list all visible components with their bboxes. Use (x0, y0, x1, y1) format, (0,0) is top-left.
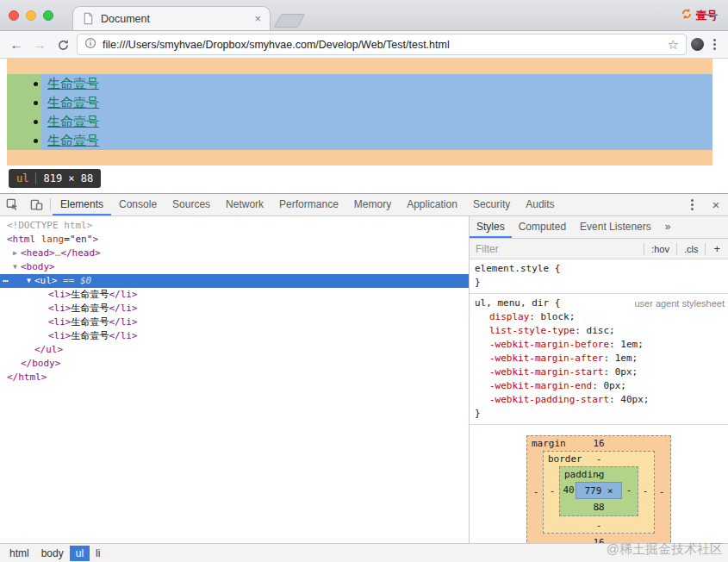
list-item-text: 生命壹号 (47, 133, 99, 149)
rule-selector[interactable]: element.style { (475, 262, 560, 276)
style-property[interactable]: -webkit-margin-start: 0px; (475, 365, 725, 379)
close-window-button[interactable] (9, 10, 19, 21)
breadcrumb-item-html[interactable]: html (3, 546, 35, 561)
property-colon: : (603, 366, 614, 378)
minimize-window-button[interactable] (26, 10, 36, 21)
new-tab-button[interactable] (274, 14, 306, 28)
property-name: -webkit-padding-start (489, 394, 609, 405)
info-icon[interactable] (84, 37, 96, 53)
style-rule: ul, menu, dir {user agent stylesheetdisp… (470, 294, 728, 425)
tree-row[interactable]: <!DOCTYPE html> (0, 219, 469, 233)
style-property[interactable]: display: block; (475, 310, 725, 324)
address-bar[interactable]: file:///Users/smyhvae/Dropbox/smyhvae.co… (77, 34, 687, 55)
inspect-element-icon[interactable] (0, 194, 24, 215)
devtools-close-icon[interactable]: × (704, 194, 728, 215)
border-left-value[interactable]: - (545, 484, 559, 498)
style-property[interactable]: -webkit-margin-before: 1em; (475, 338, 725, 352)
browser-tab[interactable]: Document × (72, 6, 271, 30)
list-bullet-icon (34, 120, 38, 124)
token-tag: <li> (48, 316, 72, 328)
list-item-text: 生命壹号 (47, 76, 99, 92)
tree-row[interactable]: <li>生命壹号</li> (0, 329, 469, 343)
styles-filter-input[interactable]: Filter (476, 243, 644, 255)
breadcrumb-item-li[interactable]: li (90, 546, 106, 561)
fullscreen-window-button[interactable] (43, 10, 53, 21)
url-text[interactable]: file:///Users/smyhvae/Dropbox/smyhvae.co… (103, 39, 662, 51)
property-colon: : (609, 339, 620, 350)
style-property[interactable]: -webkit-padding-start: 40px; (475, 393, 725, 407)
new-style-rule-button[interactable]: + (705, 243, 728, 255)
margin-bottom-value[interactable]: 16 (527, 535, 670, 543)
disclosure-down-icon[interactable]: ▼ (23, 274, 34, 288)
devtools-tab-elements[interactable]: Elements (53, 194, 111, 215)
reload-icon[interactable] (53, 37, 72, 53)
devtools-tab-audits[interactable]: Audits (518, 194, 562, 215)
pseudo-state-toggle[interactable]: :hov (644, 243, 676, 255)
styles-tab-computed[interactable]: Computed (512, 216, 573, 238)
browser-menu-icon[interactable] (708, 39, 721, 50)
token-tag: <li> (48, 289, 72, 300)
devtools-tab-sources[interactable]: Sources (165, 194, 218, 215)
style-rule: element.style {} (470, 259, 728, 294)
devtools-tab-performance[interactable]: Performance (271, 194, 346, 215)
style-property[interactable]: -webkit-margin-after: 1em; (475, 352, 725, 365)
brand-badge[interactable]: 壹号 (681, 8, 718, 23)
padding-right-value[interactable]: - (622, 484, 636, 497)
breadcrumb-item-ul[interactable]: ul (70, 546, 90, 561)
titlebar: Document × 壹号 (0, 0, 728, 31)
style-property[interactable]: -webkit-margin-end: 0px; (475, 379, 725, 393)
margin-left-value[interactable]: - (529, 485, 543, 499)
devtools-tab-network[interactable]: Network (218, 194, 271, 215)
tree-row[interactable]: <li>生命壹号</li> (0, 302, 469, 315)
padding-left-value[interactable]: 40 (562, 484, 576, 497)
tree-row[interactable]: …▼<ul> == $0 (0, 274, 469, 288)
window-controls (9, 10, 53, 21)
tree-row[interactable]: </html> (0, 371, 469, 384)
box-model-margin: margin 16 - border - (526, 435, 671, 543)
brand-label: 壹号 (696, 9, 718, 23)
extension-icon[interactable] (691, 38, 704, 51)
row-actions-icon[interactable]: … (3, 272, 9, 286)
disclosure-right-icon[interactable]: ▶ (9, 247, 21, 260)
styles-tab-event-listeners[interactable]: Event Listeners (573, 216, 658, 238)
device-toolbar-icon[interactable] (24, 194, 48, 215)
margin-right-value[interactable]: - (655, 485, 669, 499)
border-bottom-value[interactable]: - (544, 518, 654, 533)
styles-tab-styles[interactable]: Styles (470, 216, 512, 238)
tree-row[interactable]: </ul> (0, 343, 469, 357)
devtools-tab-application[interactable]: Application (399, 194, 465, 215)
devtools-menu-icon[interactable] (680, 194, 704, 215)
token-tag: </body> (21, 358, 60, 369)
style-property[interactable]: list-style-type: disc; (475, 324, 725, 338)
devtools-tab-console[interactable]: Console (111, 194, 165, 215)
tooltip-size: 819 × 88 (35, 172, 93, 184)
disclosure-down-icon[interactable]: ▼ (9, 260, 21, 274)
token-tag: <head> (21, 247, 55, 259)
token-plain: = (64, 234, 70, 245)
tree-row[interactable]: <html lang="en"> (0, 233, 469, 247)
tree-row[interactable]: </body> (0, 357, 469, 371)
token-tag: <html (7, 234, 41, 245)
property-semicolon: ; (632, 366, 638, 378)
overflow-tabs-icon[interactable]: » (658, 216, 678, 238)
property-name: -webkit-margin-start (489, 366, 603, 378)
bookmark-star-icon[interactable]: ☆ (668, 37, 679, 53)
class-toggle[interactable]: .cls (676, 243, 706, 255)
devtools-tab-security[interactable]: Security (465, 194, 518, 215)
box-model-content[interactable]: 779 × 88 (576, 482, 622, 499)
forward-icon[interactable]: → (30, 37, 49, 52)
breadcrumb-item-body[interactable]: body (35, 546, 70, 561)
tree-row[interactable]: <li>生命壹号</li> (0, 288, 469, 302)
back-icon[interactable]: ← (7, 37, 26, 52)
margin-highlight-top (7, 59, 712, 74)
devtools-tab-memory[interactable]: Memory (346, 194, 399, 215)
tree-row[interactable]: ▶<head>…</head> (0, 247, 469, 260)
tree-row[interactable]: ▼<body> (0, 260, 469, 274)
border-right-value[interactable]: - (638, 484, 652, 498)
tree-row[interactable]: <li>生命壹号</li> (0, 315, 469, 329)
rule-selector[interactable]: ul, menu, dir { (475, 297, 560, 310)
token-tag: </html> (7, 372, 47, 383)
token-tag: > (92, 234, 98, 245)
tab-close-icon[interactable]: × (252, 12, 263, 25)
padding-bottom-value[interactable]: - (560, 501, 638, 515)
